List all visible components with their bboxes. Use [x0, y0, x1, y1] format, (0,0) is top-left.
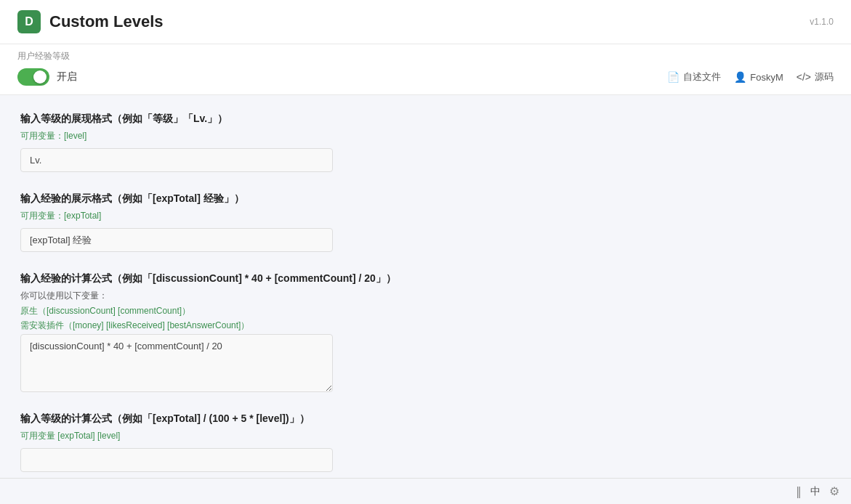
toggle-row: 开启 — [17, 68, 77, 86]
main-content: 输入等级的展现格式（例如「等级」「Lv.」） 可用变量：[level] 输入经验… — [0, 95, 654, 504]
bottom-bar: ‖ 中 ⚙ — [0, 478, 851, 504]
toggle-label: 开启 — [57, 70, 77, 84]
author-label: FoskyM — [750, 72, 783, 83]
readme-label: 自述文件 — [683, 70, 721, 84]
exp-formula-textarea[interactable]: [discussionCount] * 40 + [commentCount] … — [20, 334, 333, 392]
section-exp-format-title: 输入经验的展示格式（例如「[expTotal] 经验」） — [20, 192, 634, 206]
app-title: Custom Levels — [49, 12, 164, 31]
language-indicator[interactable]: 中 — [810, 485, 820, 498]
enable-toggle[interactable] — [17, 68, 49, 86]
app-icon: D — [17, 10, 41, 33]
section-level-format-hint: 可用变量：[level] — [20, 130, 634, 142]
section-exp-formula-hint-plain: 你可以使用以下变量： — [20, 290, 634, 302]
section-level-format: 输入等级的展现格式（例如「等级」「Lv.」） 可用变量：[level] — [20, 113, 634, 172]
section-exp-format-hint: 可用变量：[expTotal] — [20, 210, 634, 222]
section-exp-format: 输入经验的展示格式（例如「[expTotal] 经验」） 可用变量：[expTo… — [20, 192, 634, 252]
source-icon: </> — [796, 71, 811, 83]
level-format-input[interactable] — [20, 148, 333, 172]
app-header: D Custom Levels v1.1.0 — [0, 0, 851, 44]
gear-icon[interactable]: ⚙ — [829, 484, 839, 498]
readme-icon: 📄 — [667, 71, 679, 83]
section-level-format-title: 输入等级的展现格式（例如「等级」「Lv.」） — [20, 113, 634, 126]
version-tag: v1.1.0 — [810, 17, 834, 27]
section-exp-formula: 输入经验的计算公式（例如「[discussionCount] * 40 + [c… — [20, 272, 634, 392]
section-exp-formula-title: 输入经验的计算公式（例如「[discussionCount] * 40 + [c… — [20, 272, 634, 285]
header-actions: 📄 自述文件 👤 FoskyM </> 源码 — [667, 70, 834, 84]
author-icon: 👤 — [734, 71, 746, 83]
sub-header: 用户经验等级 开启 📄 自述文件 👤 FoskyM </> 源码 — [0, 44, 851, 95]
section-level-formula: 输入等级的计算公式（例如「[expTotal] / (100 + 5 * [le… — [20, 412, 634, 472]
author-action[interactable]: 👤 FoskyM — [734, 71, 783, 83]
source-label: 源码 — [815, 70, 834, 84]
sub-header-row: 开启 📄 自述文件 👤 FoskyM </> 源码 — [17, 68, 834, 86]
level-formula-input[interactable] — [20, 448, 333, 472]
divider-icon: ‖ — [796, 484, 802, 498]
section-level-formula-title: 输入等级的计算公式（例如「[expTotal] / (100 + 5 * [le… — [20, 412, 634, 426]
section-level-formula-hint: 可用变量 [expTotal] [level] — [20, 430, 634, 442]
section-exp-formula-hint-plugin: 需安装插件（[money] [likesReceived] [bestAnswe… — [20, 320, 634, 332]
source-action[interactable]: </> 源码 — [796, 70, 834, 84]
exp-format-input[interactable] — [20, 228, 333, 252]
section-exp-formula-hint-native: 原生（[discussionCount] [commentCount]） — [20, 305, 634, 317]
header-left: D Custom Levels — [17, 10, 164, 33]
sub-header-label: 用户经验等级 — [17, 50, 834, 62]
readme-action[interactable]: 📄 自述文件 — [667, 70, 721, 84]
